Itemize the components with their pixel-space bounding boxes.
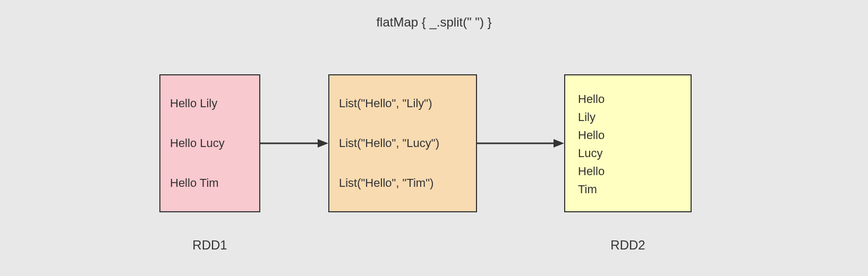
arrow-icon (477, 138, 564, 149)
intermediate-item: List("Hello", "Lucy") (339, 136, 466, 150)
rdd1-label: RDD1 (159, 238, 260, 253)
rdd2-item: Tim (578, 180, 678, 199)
rdd2-item: Lily (578, 108, 678, 126)
rdd1-item: Hello Lily (170, 97, 250, 110)
intermediate-item: List("Hello", "Tim") (339, 176, 466, 190)
svg-marker-1 (318, 139, 328, 148)
arrow-icon (260, 138, 328, 149)
diagram-title: flatMap { _.split(" ") } (0, 15, 868, 30)
rdd2-item: Hello (578, 162, 678, 180)
rdd2-item: Hello (578, 90, 678, 108)
rdd2-label: RDD2 (564, 238, 692, 253)
rdd2-item: Hello (578, 126, 678, 144)
rdd1-item: Hello Tim (170, 176, 250, 190)
rdd1-item: Hello Lucy (170, 136, 250, 150)
intermediate-item: List("Hello", "Lily") (339, 97, 466, 110)
intermediate-box: List("Hello", "Lily") List("Hello", "Luc… (328, 74, 477, 212)
rdd2-item: Lucy (578, 144, 678, 162)
svg-marker-3 (554, 139, 564, 148)
rdd1-box: Hello Lily Hello Lucy Hello Tim (159, 74, 260, 212)
rdd2-box: Hello Lily Hello Lucy Hello Tim (564, 74, 692, 212)
